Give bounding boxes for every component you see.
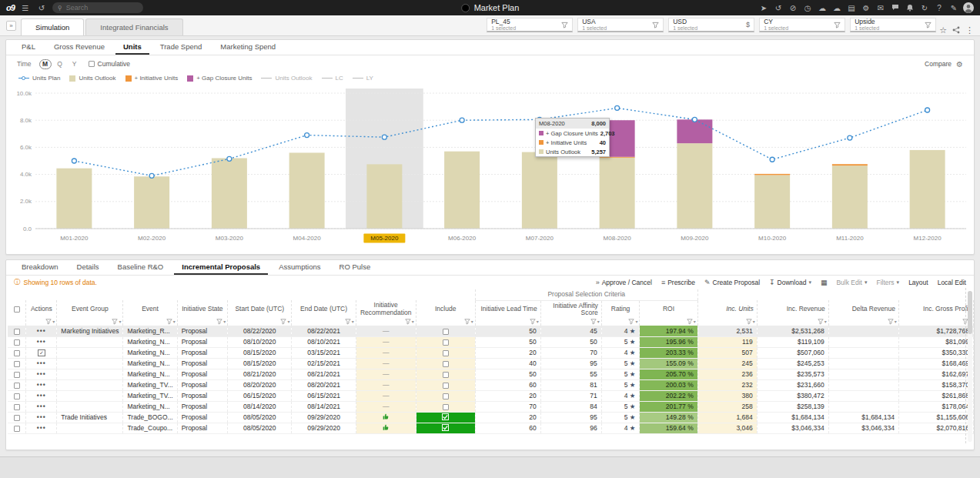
x-axis-label[interactable]: M01-2020 [60, 235, 89, 242]
row-checkbox[interactable] [14, 329, 20, 335]
bar-segment[interactable] [444, 152, 480, 229]
cell-include[interactable] [416, 358, 475, 369]
tab-p-l[interactable]: P&L [14, 40, 43, 55]
search-input[interactable] [66, 4, 128, 12]
row-menu-icon[interactable]: ••• [37, 338, 46, 346]
bell-icon[interactable] [905, 2, 915, 13]
time-option-q[interactable]: Q [54, 59, 66, 69]
units-plan-point[interactable] [925, 108, 930, 112]
bar-segment[interactable] [832, 165, 868, 229]
cell-recommendation[interactable]: — [356, 358, 416, 369]
settings-icon[interactable]: ⚙ [861, 2, 871, 13]
filter-upside[interactable]: Upside1 selected [850, 18, 936, 32]
filter-cy[interactable]: CY1 selected [759, 18, 845, 32]
row-checkbox[interactable] [14, 361, 20, 367]
time-option-m[interactable]: M [39, 59, 52, 69]
tab-marketing-spend[interactable]: Marketing Spend [212, 40, 283, 55]
cell-rating[interactable]: 5 ★ [601, 379, 640, 390]
cell-recommendation[interactable] [356, 423, 416, 433]
o9-logo[interactable]: o9 [6, 3, 15, 12]
filter-usd[interactable]: USD1 selected$ [668, 18, 754, 32]
column-header-roi[interactable]: ROI▾ [640, 300, 697, 326]
include-checkbox[interactable] [443, 350, 449, 356]
bar-segment[interactable] [289, 152, 325, 229]
units-plan-point[interactable] [615, 105, 620, 110]
bar-segment[interactable] [832, 164, 868, 165]
units-plan-point[interactable] [227, 156, 232, 161]
share-icon[interactable] [952, 26, 960, 35]
cell-include[interactable] [416, 401, 475, 412]
bar-segment[interactable] [677, 119, 712, 143]
cell-actions[interactable]: ••• [26, 369, 57, 379]
cell-rating[interactable]: 4 ★ [601, 390, 640, 401]
cell-recommendation[interactable]: — [356, 390, 416, 401]
cell-actions[interactable]: ••• [26, 326, 57, 336]
row-menu-icon[interactable]: ••• [37, 413, 46, 421]
x-axis-label[interactable]: M04-2020 [293, 235, 322, 242]
cell-include[interactable] [416, 379, 475, 390]
legend-lc[interactable]: LC [322, 75, 343, 82]
row-menu-icon[interactable]: ••• [37, 392, 46, 399]
filter-pl_45[interactable]: PL_451 selected [487, 18, 573, 32]
filter-funnel-icon[interactable]: ▾ [166, 319, 176, 325]
bulk-edit-button[interactable]: Bulk Edit▾ [836, 279, 867, 286]
legend-units-outlook[interactable]: Units Outlook [69, 75, 115, 82]
cell-actions[interactable]: ••• [26, 390, 57, 401]
legend-units-plan[interactable]: Units Plan [18, 75, 60, 82]
row-checkbox[interactable] [14, 426, 20, 432]
more-options-icon[interactable]: ⋮ [965, 25, 974, 35]
row-checkbox[interactable] [14, 393, 20, 399]
filter-funnel-icon[interactable]: ▾ [45, 319, 55, 325]
filter-funnel-icon[interactable]: ▾ [628, 319, 637, 325]
cell-sel[interactable] [8, 347, 26, 358]
units-plan-point[interactable] [305, 133, 309, 138]
legend-units-outlook[interactable]: Units Outlook [261, 75, 312, 82]
row-checkbox[interactable] [14, 339, 20, 346]
cell-include[interactable] [416, 390, 475, 401]
select-all-checkbox[interactable] [14, 306, 20, 313]
cell-sel[interactable] [8, 390, 26, 401]
table-row[interactable]: •••Marketing_N...Proposal08/15/202002/15… [8, 358, 974, 369]
filters-button[interactable]: Filters▾ [876, 279, 899, 286]
column-header-lead_time[interactable]: Initiative Lead Time▾ [475, 300, 540, 326]
units-plan-point[interactable] [692, 117, 697, 122]
edit-check-icon[interactable]: ✓ [38, 349, 45, 356]
table-row[interactable]: •••Trade InitiativesTrade_BOGO...Proposa… [8, 412, 974, 423]
cell-sel[interactable] [8, 401, 26, 412]
cell-rating[interactable]: 5 ★ [601, 412, 640, 423]
create-proposal-button[interactable]: ✎Create Proposal [704, 279, 760, 286]
cell-actions[interactable]: ✓ [26, 347, 57, 358]
cell-rating[interactable]: 5 ★ [601, 401, 640, 412]
cell-actions[interactable]: ••• [26, 401, 57, 412]
x-axis-label[interactable]: M12-2020 [914, 235, 942, 242]
row-checkbox[interactable] [14, 350, 20, 356]
workspace-tab-integrated-financials[interactable]: Integrated Financials [85, 18, 182, 35]
row-menu-icon[interactable]: ••• [37, 359, 46, 367]
tab-trade-spend[interactable]: Trade Spend [152, 40, 210, 55]
filter-funnel-icon[interactable]: ▾ [530, 319, 539, 325]
prescribe-button[interactable]: ≡Prescribe [661, 279, 695, 286]
cloud-download-icon[interactable]: ☁ [817, 2, 828, 13]
tab-baseline-r-o[interactable]: Baseline R&O [110, 260, 172, 275]
units-plan-point[interactable] [460, 118, 464, 122]
filter-funnel-icon[interactable]: ▾ [818, 319, 827, 325]
cell-recommendation[interactable]: — [356, 369, 416, 379]
row-checkbox[interactable] [14, 415, 20, 421]
x-axis-label[interactable]: M11-2020 [836, 235, 864, 242]
filter-funnel-icon[interactable]: ▾ [888, 319, 897, 325]
chart-settings-icon[interactable]: ⚙ [956, 60, 963, 69]
cell-recommendation[interactable] [356, 412, 416, 423]
workspace-tab-simulation[interactable]: Simulation [21, 18, 84, 35]
avatar[interactable] [963, 2, 974, 13]
export-icon[interactable]: ▤ [846, 2, 857, 13]
block-icon[interactable]: ⊘ [788, 2, 798, 13]
cell-actions[interactable]: ••• [26, 412, 57, 423]
tab-incremental-proposals[interactable]: Incremental Proposals [174, 260, 268, 275]
row-checkbox[interactable] [14, 404, 20, 410]
filter-funnel-icon[interactable]: ▾ [280, 319, 289, 325]
cell-sel[interactable] [8, 336, 26, 347]
cell-rating[interactable]: 4 ★ [601, 326, 640, 336]
cell-recommendation[interactable]: — [356, 401, 416, 412]
cell-sel[interactable] [8, 369, 26, 379]
chat-icon[interactable] [890, 2, 901, 13]
